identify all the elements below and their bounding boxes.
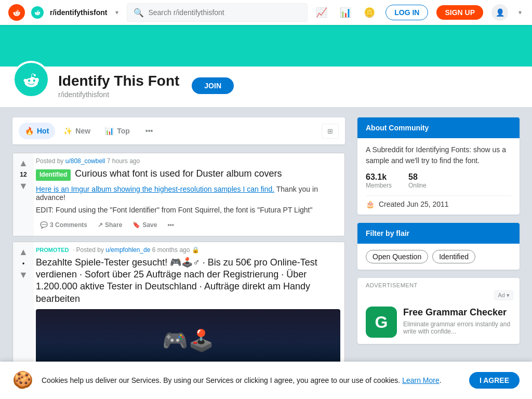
post-content: Posted by u/808_cowbell 7 hours ago Iden… (34, 153, 344, 236)
ad-text: Free Grammar Checker Eliminate grammar e… (403, 307, 511, 335)
vote-column: ▲ • ▼ (13, 242, 34, 376)
community-description: A Subreddit for Identifying Fonts: show … (366, 144, 511, 166)
about-community-body: A Subreddit for Identifying Fonts: show … (357, 138, 520, 215)
join-button[interactable]: JOIN (192, 77, 234, 94)
upvote-button[interactable]: ▲ (18, 157, 29, 169)
sort-more-button[interactable]: ••• (139, 123, 159, 139)
share-icon: ↗ (98, 221, 103, 229)
downvote-button[interactable]: ▼ (18, 269, 29, 281)
search-icon: 🔍 (134, 8, 144, 18)
promoted-label: PROMOTED (36, 247, 69, 253)
members-stat: 63.1k Members (366, 172, 392, 189)
signup-button[interactable]: SIGN UP (436, 5, 483, 20)
vote-column: ▲ 12 ▼ (13, 153, 34, 236)
search-bar[interactable]: 🔍 (127, 3, 308, 22)
trending-icon[interactable]: 📈 (314, 5, 329, 20)
nav-dropdown-button[interactable]: ▾ (113, 7, 121, 18)
feed: 🔥 Hot ✨ New 📊 Top ••• ⊞ ▲ 12 ▼ (12, 117, 345, 381)
flair-tag-identified[interactable]: Identified (432, 250, 475, 263)
sort-bar: 🔥 Hot ✨ New 📊 Top ••• ⊞ (12, 117, 345, 144)
post-meta: Posted by u/808_cowbell 7 hours ago (36, 157, 340, 165)
main-content: 🔥 Hot ✨ New 📊 Top ••• ⊞ ▲ 12 ▼ (0, 107, 532, 392)
nav-subreddit-name: r/identifythisfont (50, 8, 107, 17)
about-community-card: About Community A Subreddit for Identify… (357, 117, 520, 215)
subreddit-icon-small (31, 6, 44, 19)
chart-icon[interactable]: 📊 (338, 5, 353, 20)
post-card: ▲ 12 ▼ Posted by u/808_cowbell 7 hours a… (12, 153, 345, 236)
sparkle-icon: ✨ (63, 127, 72, 135)
bookmark-icon: 🔖 (132, 221, 140, 229)
post-meta: PROMOTED · Posted by u/empfohlen_de 6 mo… (36, 246, 340, 254)
user-avatar[interactable]: 👤 (491, 4, 508, 21)
ad-icon: G (366, 307, 397, 338)
bar-chart-icon: 📊 (105, 127, 114, 135)
post-actions: 💬 3 Comments ↗ Share 🔖 Save ••• (36, 218, 340, 232)
reddit-logo[interactable] (8, 4, 25, 21)
sort-new-button[interactable]: ✨ New (57, 123, 97, 139)
subreddit-title: Identify This Font (58, 73, 179, 89)
vote-count: 12 (20, 171, 26, 178)
flair-tag-open-question[interactable]: Open Question (366, 250, 428, 263)
login-button[interactable]: LOG IN (385, 5, 428, 20)
more-options-button[interactable]: ••• (163, 218, 178, 232)
ad-label: ADVERTISEMENT (357, 278, 520, 290)
online-label: Online (408, 182, 427, 189)
post-title: IdentifiedCurious what font is used for … (36, 168, 340, 181)
flair-tags: Open Question Identified (357, 244, 520, 270)
online-count: 58 (408, 172, 427, 182)
subreddit-header: Identify This Font r/identifythisfont JO… (0, 66, 532, 107)
advertisement-card: ADVERTISEMENT Ad ▾ G Free Grammar Checke… (357, 278, 520, 344)
vote-count: • (22, 260, 24, 267)
upvote-button[interactable]: ▲ (18, 246, 29, 258)
comments-icon: 💬 (40, 221, 48, 229)
members-label: Members (366, 182, 392, 189)
ad-description: Eliminate grammar errors instantly and w… (403, 321, 511, 335)
cake-icon: 🎂 (366, 200, 375, 208)
ad-icon-letter: G (375, 313, 388, 332)
sidebar: About Community A Subreddit for Identify… (357, 117, 520, 381)
ad-title: Free Grammar Checker (403, 307, 511, 318)
flair-badge: Identified (36, 169, 71, 181)
view-toggle-button[interactable]: ⊞ (322, 124, 339, 139)
downvote-button[interactable]: ▼ (18, 180, 29, 192)
community-stats: 63.1k Members 58 Online (366, 172, 511, 189)
cookie-icon: 🍪 (12, 370, 33, 391)
save-button[interactable]: 🔖 Save (128, 218, 161, 232)
post-edit: EDIT: Found using the "Font Identifier" … (36, 206, 340, 214)
cookie-text: Cookies help us deliver our Services. By… (42, 375, 461, 386)
about-community-header: About Community (357, 117, 520, 138)
filter-by-flair-card: Filter by flair Open Question Identified (357, 223, 520, 270)
top-navigation: r/identifythisfont ▾ 🔍 📈 📊 🪙 LOG IN SIGN… (0, 0, 532, 25)
user-dropdown-button[interactable]: ▾ (516, 7, 524, 18)
learn-more-link[interactable]: Learn More (402, 376, 440, 384)
agree-button[interactable]: I AGREE (469, 372, 520, 389)
author-link[interactable]: u/808_cowbell (65, 157, 105, 165)
coins-icon[interactable]: 🪙 (362, 5, 377, 20)
subreddit-info: Identify This Font r/identifythisfont (58, 73, 179, 99)
ad-badge[interactable]: Ad ▾ (494, 290, 513, 300)
sort-hot-button[interactable]: 🔥 Hot (19, 123, 55, 139)
post-link[interactable]: Here is an Imgur album showing the highe… (36, 185, 274, 193)
ad-content: G Free Grammar Checker Eliminate grammar… (357, 302, 520, 344)
subreddit-banner (0, 25, 532, 66)
search-input[interactable] (148, 8, 301, 17)
sort-top-button[interactable]: 📊 Top (99, 123, 136, 139)
cookie-banner: 🍪 Cookies help us deliver our Services. … (0, 362, 532, 392)
filter-by-flair-header: Filter by flair (357, 223, 520, 244)
created-row: 🎂 Created Jun 25, 2011 (366, 195, 511, 208)
created-date: Created Jun 25, 2011 (379, 200, 449, 208)
post-body: Here is an Imgur album showing the highe… (36, 185, 340, 202)
members-count: 63.1k (366, 172, 392, 182)
subreddit-avatar (12, 61, 50, 98)
promoted-title: Bezahlte Spiele-Tester gesucht! 🎮🕹️♂️ · … (36, 257, 340, 305)
flame-icon: 🔥 (25, 127, 34, 135)
author-link[interactable]: u/empfohlen_de (105, 246, 150, 254)
comments-button[interactable]: 💬 3 Comments (36, 218, 91, 232)
promoted-post-card: ▲ • ▼ PROMOTED · Posted by u/empfohlen_d… (12, 242, 345, 377)
post-content: PROMOTED · Posted by u/empfohlen_de 6 mo… (34, 242, 344, 376)
share-button[interactable]: ↗ Share (94, 218, 126, 232)
online-stat: 58 Online (408, 172, 427, 189)
nav-icons: 📈 📊 🪙 LOG IN SIGN UP 👤 ▾ (314, 4, 524, 21)
subreddit-slug: r/identifythisfont (58, 90, 179, 99)
